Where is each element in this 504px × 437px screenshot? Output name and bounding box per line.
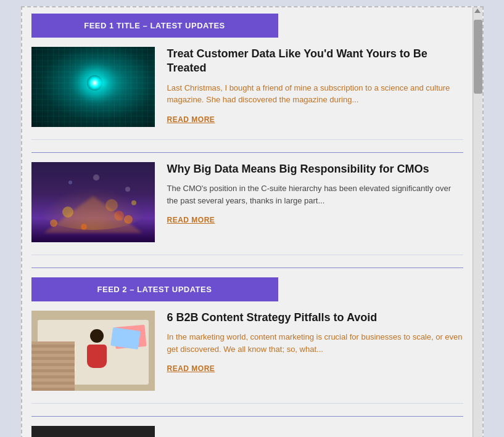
scrollbar[interactable] [473, 7, 482, 437]
article3-read-more[interactable]: READ MORE [167, 364, 215, 373]
article2-content: Why Big Data Means Big Responsibility fo… [167, 162, 463, 242]
partial-article-image [31, 426, 155, 437]
article2-title: Why Big Data Means Big Responsibility fo… [167, 162, 463, 176]
article3-content: 6 B2B Content Strategy Pitfalls to Avoid… [167, 311, 463, 391]
article2-excerpt: The CMO's position in the C-suite hierar… [167, 182, 463, 206]
article1-excerpt: Last Christmas, I bought a friend of min… [167, 82, 463, 106]
divider-2 [31, 268, 463, 268]
feed2-header: FEED 2 – LATEST UPDATES [31, 277, 278, 301]
feed1-header-text: FEED 1 TITLE – LATEST UPDATES [84, 21, 225, 30]
article-row-2: Why Big Data Means Big Responsibility fo… [31, 162, 463, 255]
feed1-header: FEED 1 TITLE – LATEST UPDATES [31, 14, 278, 38]
article2-image [31, 162, 155, 242]
scroll-up-arrow[interactable] [474, 9, 481, 13]
article1-read-more[interactable]: READ MORE [167, 115, 215, 124]
scrollbar-thumb[interactable] [474, 20, 482, 94]
article1-content: Treat Customer Data Like You'd Want Your… [167, 47, 463, 127]
article2-read-more[interactable]: READ MORE [167, 216, 215, 224]
content-area: FEED 1 TITLE – LATEST UPDATES Treat Cust… [31, 14, 463, 437]
article1-image [31, 47, 155, 127]
divider-3 [31, 416, 463, 417]
article-row-1: Treat Customer Data Like You'd Want Your… [31, 47, 463, 140]
main-container: FEED 1 TITLE – LATEST UPDATES Treat Cust… [21, 6, 484, 437]
article3-title: 6 B2B Content Strategy Pitfalls to Avoid [167, 311, 463, 325]
matrix-image [31, 47, 155, 127]
bigdata-image [31, 162, 155, 242]
feed2-header-text: FEED 2 – LATEST UPDATES [97, 285, 212, 294]
article3-excerpt: In the marketing world, content marketin… [167, 331, 463, 355]
article3-image [31, 311, 155, 391]
article-row-3: 6 B2B Content Strategy Pitfalls to Avoid… [31, 311, 463, 404]
divider-1 [31, 152, 463, 153]
article1-title: Treat Customer Data Like You'd Want Your… [167, 47, 463, 76]
topdown-image [31, 311, 155, 391]
